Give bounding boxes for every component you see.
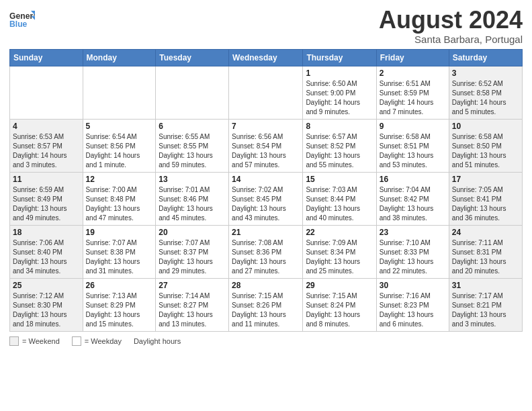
calendar-header-row: SundayMondayTuesdayWednesdayThursdayFrid…	[10, 49, 523, 66]
week-row-5: 25Sunrise: 7:12 AM Sunset: 8:30 PM Dayli…	[10, 278, 523, 331]
calendar-cell: 25Sunrise: 7:12 AM Sunset: 8:30 PM Dayli…	[10, 278, 83, 331]
legend-weekend-box	[9, 336, 19, 346]
day-info: Sunrise: 7:13 AM Sunset: 8:29 PM Dayligh…	[86, 291, 153, 329]
calendar-cell: 17Sunrise: 7:05 AM Sunset: 8:41 PM Dayli…	[449, 172, 522, 225]
day-number: 30	[380, 281, 446, 290]
calendar-cell: 10Sunrise: 6:58 AM Sunset: 8:50 PM Dayli…	[449, 119, 522, 172]
day-info: Sunrise: 7:02 AM Sunset: 8:45 PM Dayligh…	[232, 185, 300, 223]
calendar-cell: 6Sunrise: 6:55 AM Sunset: 8:55 PM Daylig…	[156, 119, 229, 172]
day-info: Sunrise: 6:58 AM Sunset: 8:51 PM Dayligh…	[380, 132, 446, 170]
day-number: 27	[159, 281, 226, 290]
day-info: Sunrise: 6:53 AM Sunset: 8:57 PM Dayligh…	[13, 132, 80, 170]
calendar-cell: 29Sunrise: 7:15 AM Sunset: 8:24 PM Dayli…	[303, 278, 376, 331]
day-info: Sunrise: 7:11 AM Sunset: 8:31 PM Dayligh…	[452, 238, 519, 276]
day-number: 26	[86, 281, 153, 290]
week-row-2: 4Sunrise: 6:53 AM Sunset: 8:57 PM Daylig…	[10, 119, 523, 172]
page: General Blue August 2024 Santa Barbara, …	[0, 0, 532, 411]
day-info: Sunrise: 7:05 AM Sunset: 8:41 PM Dayligh…	[452, 185, 519, 223]
calendar-cell: 8Sunrise: 6:57 AM Sunset: 8:52 PM Daylig…	[303, 119, 376, 172]
calendar-cell: 2Sunrise: 6:51 AM Sunset: 8:59 PM Daylig…	[376, 66, 449, 119]
header: General Blue August 2024 Santa Barbara, …	[9, 7, 523, 45]
day-info: Sunrise: 7:10 AM Sunset: 8:33 PM Dayligh…	[380, 238, 446, 276]
header-tuesday: Tuesday	[156, 49, 229, 66]
day-info: Sunrise: 7:03 AM Sunset: 8:44 PM Dayligh…	[306, 185, 373, 223]
day-number: 20	[159, 228, 226, 237]
calendar-cell: 3Sunrise: 6:52 AM Sunset: 8:58 PM Daylig…	[449, 66, 522, 119]
day-number: 1	[306, 68, 373, 78]
day-info: Sunrise: 6:54 AM Sunset: 8:56 PM Dayligh…	[86, 132, 153, 170]
day-number: 31	[452, 281, 519, 290]
day-info: Sunrise: 7:14 AM Sunset: 8:27 PM Dayligh…	[159, 291, 226, 329]
day-info: Sunrise: 6:52 AM Sunset: 8:58 PM Dayligh…	[452, 79, 519, 117]
day-info: Sunrise: 7:12 AM Sunset: 8:30 PM Dayligh…	[13, 291, 80, 329]
calendar-cell: 21Sunrise: 7:08 AM Sunset: 8:36 PM Dayli…	[229, 225, 303, 278]
calendar-cell: 27Sunrise: 7:14 AM Sunset: 8:27 PM Dayli…	[156, 278, 229, 331]
day-number: 5	[86, 122, 153, 131]
svg-text:Blue: Blue	[9, 19, 28, 29]
day-number: 25	[13, 281, 80, 290]
calendar-cell: 5Sunrise: 6:54 AM Sunset: 8:56 PM Daylig…	[83, 119, 156, 172]
day-number: 3	[452, 68, 519, 78]
calendar-cell: 11Sunrise: 6:59 AM Sunset: 8:49 PM Dayli…	[10, 172, 83, 225]
legend: = Weekend = Weekday Daylight hours	[9, 336, 523, 346]
calendar-cell: 14Sunrise: 7:02 AM Sunset: 8:45 PM Dayli…	[229, 172, 303, 225]
calendar-cell: 28Sunrise: 7:15 AM Sunset: 8:26 PM Dayli…	[229, 278, 303, 331]
calendar-cell: 26Sunrise: 7:13 AM Sunset: 8:29 PM Dayli…	[83, 278, 156, 331]
day-number: 10	[452, 122, 519, 131]
day-info: Sunrise: 7:08 AM Sunset: 8:36 PM Dayligh…	[232, 238, 300, 276]
day-number: 16	[380, 175, 446, 184]
calendar-cell: 1Sunrise: 6:50 AM Sunset: 9:00 PM Daylig…	[303, 66, 376, 119]
day-number: 8	[306, 122, 373, 131]
day-info: Sunrise: 7:15 AM Sunset: 8:26 PM Dayligh…	[232, 291, 300, 329]
calendar-cell: 24Sunrise: 7:11 AM Sunset: 8:31 PM Dayli…	[449, 225, 522, 278]
day-number: 12	[86, 175, 153, 184]
header-monday: Monday	[83, 49, 156, 66]
day-info: Sunrise: 6:58 AM Sunset: 8:50 PM Dayligh…	[452, 132, 519, 170]
header-friday: Friday	[376, 49, 449, 66]
day-number: 4	[13, 122, 80, 131]
calendar-cell: 19Sunrise: 7:07 AM Sunset: 8:38 PM Dayli…	[83, 225, 156, 278]
day-number: 19	[86, 228, 153, 237]
legend-daylight-label: Daylight hours	[134, 337, 181, 345]
week-row-1: 1Sunrise: 6:50 AM Sunset: 9:00 PM Daylig…	[10, 66, 523, 119]
day-info: Sunrise: 6:59 AM Sunset: 8:49 PM Dayligh…	[13, 185, 80, 223]
day-number: 7	[232, 122, 300, 131]
calendar-cell	[229, 66, 303, 119]
day-number: 18	[13, 228, 80, 237]
legend-weekend: = Weekend	[9, 336, 60, 346]
logo: General Blue	[9, 7, 35, 32]
calendar-cell: 18Sunrise: 7:06 AM Sunset: 8:40 PM Dayli…	[10, 225, 83, 278]
day-info: Sunrise: 7:17 AM Sunset: 8:21 PM Dayligh…	[452, 291, 519, 329]
day-info: Sunrise: 7:09 AM Sunset: 8:34 PM Dayligh…	[306, 238, 373, 276]
day-info: Sunrise: 7:00 AM Sunset: 8:48 PM Dayligh…	[86, 185, 153, 223]
day-info: Sunrise: 7:16 AM Sunset: 8:23 PM Dayligh…	[380, 291, 446, 329]
header-saturday: Saturday	[449, 49, 522, 66]
location-subtitle: Santa Barbara, Portugal	[379, 34, 523, 45]
calendar-cell: 16Sunrise: 7:04 AM Sunset: 8:42 PM Dayli…	[376, 172, 449, 225]
day-number: 29	[306, 281, 373, 290]
day-info: Sunrise: 6:51 AM Sunset: 8:59 PM Dayligh…	[380, 79, 446, 117]
legend-weekday-label: = Weekday	[85, 337, 122, 345]
day-info: Sunrise: 6:50 AM Sunset: 9:00 PM Dayligh…	[306, 79, 373, 117]
day-number: 22	[306, 228, 373, 237]
calendar-cell: 9Sunrise: 6:58 AM Sunset: 8:51 PM Daylig…	[376, 119, 449, 172]
day-number: 24	[452, 228, 519, 237]
day-info: Sunrise: 7:01 AM Sunset: 8:46 PM Dayligh…	[159, 185, 226, 223]
day-info: Sunrise: 7:06 AM Sunset: 8:40 PM Dayligh…	[13, 238, 80, 276]
calendar-cell	[83, 66, 156, 119]
day-info: Sunrise: 6:57 AM Sunset: 8:52 PM Dayligh…	[306, 132, 373, 170]
calendar-cell	[10, 66, 83, 119]
header-thursday: Thursday	[303, 49, 376, 66]
header-wednesday: Wednesday	[229, 49, 303, 66]
day-number: 6	[159, 122, 226, 131]
legend-weekday: = Weekday	[72, 336, 122, 346]
legend-weekend-label: = Weekend	[22, 337, 60, 345]
day-number: 11	[13, 175, 80, 184]
calendar-cell	[156, 66, 229, 119]
title-block: August 2024 Santa Barbara, Portugal	[379, 7, 523, 45]
calendar-cell: 20Sunrise: 7:07 AM Sunset: 8:37 PM Dayli…	[156, 225, 229, 278]
calendar-cell: 13Sunrise: 7:01 AM Sunset: 8:46 PM Dayli…	[156, 172, 229, 225]
week-row-4: 18Sunrise: 7:06 AM Sunset: 8:40 PM Dayli…	[10, 225, 523, 278]
legend-weekday-box	[72, 336, 81, 346]
legend-daylight: Daylight hours	[134, 337, 181, 345]
